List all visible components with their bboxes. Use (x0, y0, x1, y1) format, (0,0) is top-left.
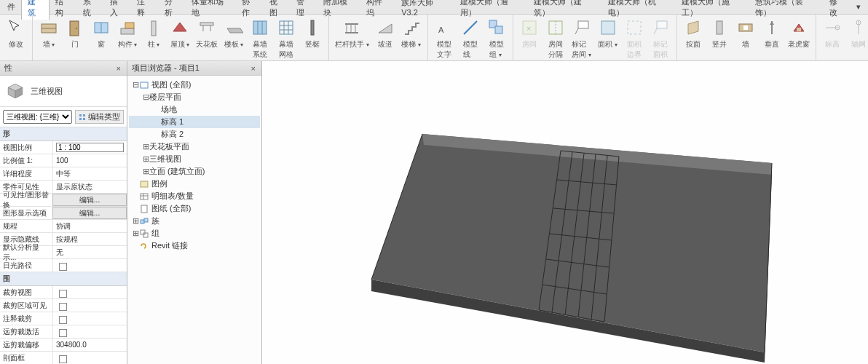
tool-label: 按面 (686, 39, 701, 50)
model-line-icon (460, 17, 481, 38)
expand-icon[interactable]: ⊞ (132, 229, 139, 238)
tab-file[interactable]: 件 (1, 0, 21, 14)
tool-curtain-grid[interactable]: 幕墙网格 (273, 16, 299, 61)
window-icon (91, 17, 111, 38)
tool-floor[interactable]: 楼板 ▾ (221, 16, 247, 51)
tool-model-line[interactable]: 模型线 (457, 16, 484, 61)
property-value[interactable] (52, 259, 127, 272)
property-value[interactable]: 按规程 (52, 233, 127, 245)
tool-label: 面积边界 (627, 39, 642, 60)
checkbox[interactable] (59, 263, 67, 271)
tool-model-group[interactable]: 模型组 ▾ (484, 16, 510, 61)
tool-mullion[interactable]: 竖梃 (299, 16, 326, 51)
tree-node[interactable]: ⊟视图 (全部) (129, 79, 260, 91)
expand-icon[interactable]: ⊞ (142, 167, 149, 176)
tool-shaft[interactable]: 竖井 (706, 16, 733, 51)
tool-door[interactable]: 门 (62, 16, 88, 51)
tool-room-sep[interactable]: 房间分隔 (542, 16, 569, 61)
svg-rect-65 (79, 114, 82, 116)
tool-vertical[interactable]: 垂直 (759, 16, 785, 51)
tool-ramp[interactable]: 坡道 (372, 16, 398, 51)
tool-area[interactable]: 面积 ▾ (595, 16, 621, 51)
property-value[interactable] (52, 286, 127, 298)
tree-node[interactable]: 明细表/数量 (129, 190, 260, 202)
tree-node[interactable]: ⊞组 (129, 227, 260, 240)
tree-node[interactable]: 图纸 (全部) (129, 202, 260, 215)
tool-window[interactable]: 窗 (88, 16, 114, 51)
property-value[interactable]: 304800.0 (52, 339, 127, 351)
tool-railing[interactable]: 栏杆扶手 ▾ (332, 16, 372, 51)
edit-type-button[interactable]: 编辑类型 (75, 110, 124, 124)
property-edit-button[interactable]: 编辑... (52, 194, 127, 206)
property-value[interactable]: 显示原状态 (52, 181, 127, 193)
property-value[interactable] (52, 141, 127, 154)
tool-model-text[interactable]: A模型文字 (431, 16, 457, 61)
property-edit-button[interactable]: 编辑... (52, 207, 127, 219)
expand-icon[interactable]: ⊞ (142, 154, 149, 164)
checkbox[interactable] (59, 303, 67, 311)
grp-icon (139, 229, 149, 238)
tool-ceiling[interactable]: 天花板 (193, 16, 221, 51)
svg-text:×: × (526, 24, 531, 33)
drawing-canvas[interactable] (262, 61, 868, 364)
property-group-header[interactable]: 形 (0, 127, 127, 141)
property-value[interactable] (52, 312, 127, 325)
property-input[interactable] (56, 143, 124, 152)
component-icon (117, 17, 138, 38)
property-value[interactable] (52, 299, 127, 312)
tool-label: 模型组 ▾ (489, 39, 504, 60)
collapse-icon[interactable]: ⊟ (132, 80, 139, 90)
tool-wall[interactable]: 墙 ▾ (36, 16, 62, 51)
tree-node[interactable]: ⊞天花板平面 (129, 141, 260, 153)
collapse-icon[interactable]: ⊟ (142, 92, 149, 102)
close-icon[interactable]: × (115, 64, 122, 73)
tool-dormer[interactable]: 老虎窗 (785, 16, 813, 51)
instance-dropdown[interactable]: 三维视图: {三维} (3, 110, 72, 124)
tool-wall-op[interactable]: 墙 (733, 16, 759, 51)
type-selector-header[interactable]: 三维视图 (0, 76, 127, 107)
tool-column[interactable]: 柱 ▾ (141, 16, 167, 51)
property-name: 远剪裁激活 (0, 327, 52, 337)
property-value[interactable] (52, 352, 127, 364)
svg-rect-74 (141, 205, 147, 213)
tree-node[interactable]: 标高 2 (129, 128, 260, 141)
property-value[interactable] (52, 325, 127, 338)
property-value[interactable]: 协调 (52, 220, 127, 232)
tree-node[interactable]: 标高 1 (129, 116, 260, 128)
chevron-down-icon: ▾ (366, 41, 369, 48)
tree-node[interactable]: 场地 (129, 103, 260, 116)
checkbox[interactable] (59, 316, 67, 324)
property-group-header[interactable]: 围 (0, 272, 127, 286)
expand-icon[interactable]: ⊞ (142, 142, 149, 151)
checkbox[interactable] (59, 329, 67, 337)
tool-modify[interactable]: 修改 (3, 16, 29, 51)
tool-tag-room[interactable]: 标记房间 ▾ (569, 16, 595, 61)
tool-curtain-sys[interactable]: 幕墙系统 (247, 16, 273, 61)
tree-node[interactable]: 图例 (129, 178, 260, 190)
checkbox[interactable] (59, 355, 67, 363)
close-icon[interactable]: × (250, 64, 257, 73)
tree-node[interactable]: ⊞族 (129, 215, 260, 227)
checkbox[interactable] (59, 290, 67, 298)
tree-node[interactable]: ⊞立面 (建筑立面) (129, 165, 260, 178)
property-value[interactable]: 无 (52, 246, 127, 258)
tool-stairs[interactable]: 楼梯 ▾ (398, 16, 425, 51)
tool-label: 楼板 ▾ (224, 39, 244, 50)
chevron-down-icon: ▾ (418, 41, 421, 48)
tool-roof[interactable]: 屋顶 ▾ (167, 16, 193, 51)
tab-overflow-icon[interactable]: ▾ (851, 1, 867, 13)
tool-by-face[interactable]: 按面 (680, 16, 706, 51)
dormer-icon (789, 17, 809, 38)
tree-node[interactable]: ⊟楼层平面 (129, 91, 260, 103)
tree-node[interactable]: Revit 链接 (129, 240, 260, 252)
tree-node[interactable]: ⊞三维视图 (129, 153, 260, 165)
property-value[interactable]: 100 (52, 154, 127, 167)
chevron-down-icon: ▾ (134, 41, 137, 48)
expand-icon[interactable]: ⊞ (132, 216, 139, 226)
legend-icon (139, 180, 149, 189)
property-value[interactable]: 中等 (52, 167, 127, 180)
tool-label: 模型线 (463, 39, 478, 60)
svg-rect-2 (70, 21, 79, 36)
stairs-icon (401, 17, 422, 38)
tool-component[interactable]: 构件 ▾ (114, 16, 141, 51)
